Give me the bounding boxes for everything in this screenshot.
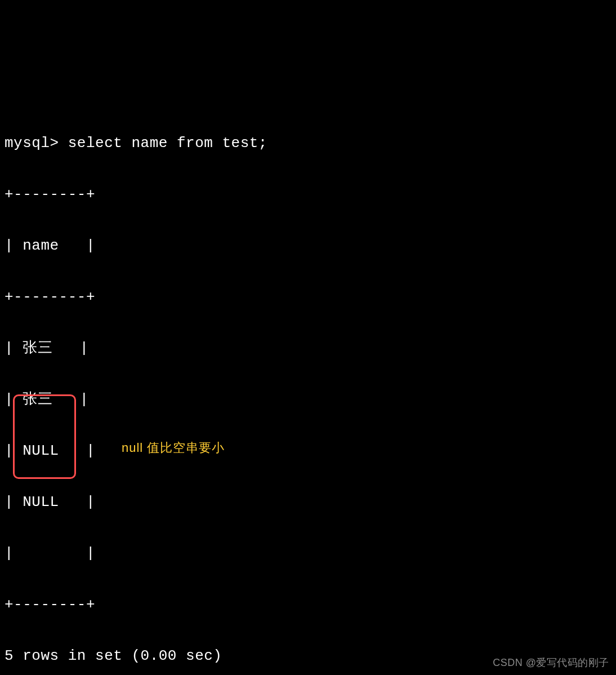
table-header: | name |: [5, 233, 611, 259]
watermark-text: CSDN @爱写代码的刚子: [493, 654, 609, 672]
table-row: | |: [5, 541, 611, 567]
table-row: | 张三 |: [5, 387, 611, 413]
table-border: +--------+: [5, 285, 611, 310]
sql-command: select name from test;: [68, 135, 267, 152]
annotation-text: null 值比空串要小: [122, 437, 225, 459]
table-row: | NULL |: [5, 438, 611, 464]
table-border: +--------+: [5, 592, 611, 618]
query-line: mysql> select name from test;: [5, 131, 611, 157]
table-border: +--------+: [5, 182, 611, 208]
mysql-prompt: mysql>: [5, 135, 68, 152]
terminal-output: mysql> select name from test; +--------+…: [5, 105, 611, 675]
table-row: | NULL |: [5, 490, 611, 516]
table-row: | 张三 |: [5, 336, 611, 362]
